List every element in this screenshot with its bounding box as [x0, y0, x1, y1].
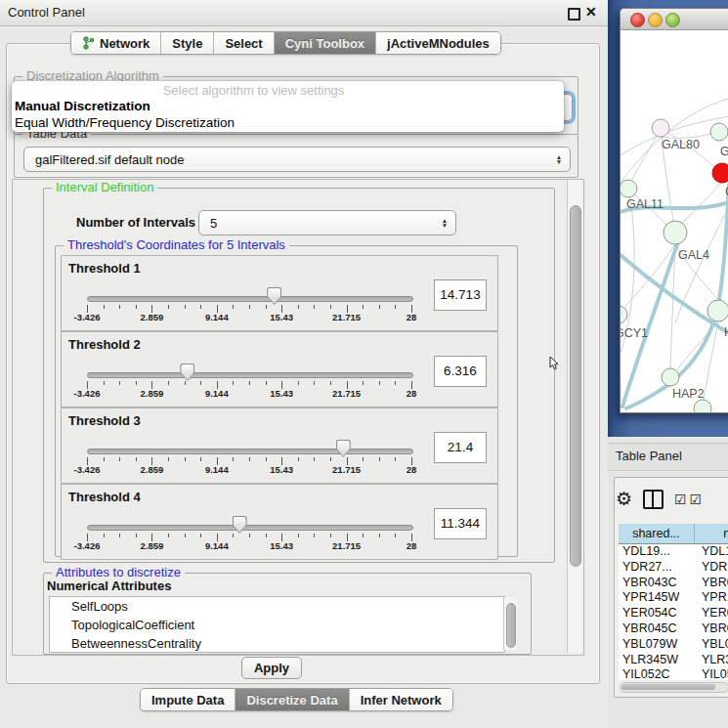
cell-shared-name[interactable]: YIL052C: [619, 667, 698, 680]
network-node[interactable]: [694, 400, 711, 412]
horizontal-scrollbar[interactable]: [620, 682, 728, 693]
table-row[interactable]: YDL19...YDL19: [619, 544, 728, 560]
gear-icon[interactable]: ⚙: [616, 491, 632, 508]
tab-discretize-data[interactable]: Discretize Data: [236, 689, 349, 710]
cell-name[interactable]: YDR27: [698, 560, 728, 576]
algorithm-dropdown-popup: Select algorithm to view settings Manual…: [12, 81, 564, 132]
tab-style[interactable]: Style: [161, 32, 214, 54]
axis-tick-label: 21.715: [318, 540, 376, 551]
numerical-attributes-list[interactable]: SelfLoopsTopologicalCoefficientBetweenne…: [49, 596, 505, 653]
cell-name[interactable]: YBL07: [698, 637, 728, 653]
network-canvas[interactable]: GAL80GACGAL11GAL4GCY1HHAP2: [621, 30, 728, 412]
scrollbar-thumb[interactable]: [570, 205, 581, 567]
attributes-list-scrollbar[interactable]: [503, 597, 517, 650]
node-attribute-table[interactable]: shared... name YDL19...YDL19YDR27...YDR2…: [619, 524, 728, 680]
axis-tick: [249, 305, 250, 309]
cell-shared-name[interactable]: YBR045C: [619, 621, 698, 637]
threshold-value-field[interactable]: 14.713: [434, 279, 487, 311]
cell-shared-name[interactable]: YDR27...: [619, 560, 698, 576]
column-header-name[interactable]: name: [695, 524, 728, 543]
axis-tick-label: 2.859: [122, 464, 181, 475]
axis-tick-label: 28: [382, 464, 441, 475]
scrollbar-thumb[interactable]: [506, 603, 516, 648]
table-row[interactable]: YBR045CYBR04: [619, 621, 728, 637]
slider-track[interactable]: [87, 449, 413, 454]
cell-shared-name[interactable]: YDL19...: [619, 544, 698, 560]
network-node[interactable]: [662, 368, 679, 386]
cell-name[interactable]: YDL19: [698, 544, 728, 560]
axis-tick: [168, 381, 169, 385]
cell-name[interactable]: YBR04: [698, 576, 728, 591]
threshold-value-field[interactable]: 11.344: [434, 508, 487, 539]
tab-infer-network[interactable]: Infer Network: [350, 689, 452, 710]
cell-shared-name[interactable]: YPR145W: [619, 590, 698, 606]
slider-thumb[interactable]: [180, 364, 194, 381]
control-panel-window: Control Panel ✕ Network Style Select Cyn…: [0, 0, 609, 728]
dropdown-item-manual[interactable]: Manual Discretization: [15, 99, 150, 113]
cell-shared-name[interactable]: YER054C: [619, 606, 698, 621]
axis-tick: [233, 381, 234, 385]
tab-impute-data[interactable]: Impute Data: [141, 689, 236, 710]
checkbox-icon[interactable]: ☑: [690, 492, 703, 507]
slider-track[interactable]: [87, 296, 413, 302]
attribute-list-item[interactable]: BetweennessCentrality: [50, 634, 504, 653]
apply-button[interactable]: Apply: [241, 657, 302, 679]
table-row[interactable]: YIL052CYIL05: [619, 667, 728, 680]
attribute-list-item[interactable]: SelfLoops: [50, 597, 504, 616]
attribute-list-item[interactable]: TopologicalCoefficient: [50, 616, 504, 634]
threshold-panel-1: Threshold 1-3.4262.8599.14415.4321.71528…: [61, 255, 498, 331]
slider-thumb[interactable]: [336, 440, 351, 457]
column-header-shared-name[interactable]: shared...: [619, 524, 695, 543]
slider-track[interactable]: [87, 525, 413, 531]
slider-thumb[interactable]: [267, 287, 281, 305]
threshold-value-field[interactable]: 21.4: [434, 432, 487, 463]
axis-tick: [266, 534, 267, 537]
cell-shared-name[interactable]: YBR043C: [619, 576, 698, 591]
cell-name[interactable]: YLR34: [698, 653, 728, 668]
table-data-combobox[interactable]: galFiltered.sif default node ▲▼: [23, 147, 571, 172]
table-row[interactable]: YBR043CYBR04: [619, 576, 728, 591]
axis-tick: [363, 305, 364, 309]
threshold-value-field[interactable]: 6.316: [434, 356, 487, 387]
tab-jactivemnodules[interactable]: jActiveMNodules: [376, 32, 500, 54]
network-node[interactable]: [712, 163, 728, 183]
cell-shared-name[interactable]: YLR345W: [619, 653, 698, 668]
mac-close-button[interactable]: [630, 13, 645, 27]
tab-network[interactable]: Network: [71, 32, 161, 54]
table-panel-region: Table Panel ⚙ ☑ ☑ shared... name YDL19..…: [608, 437, 728, 728]
table-row[interactable]: YLR345WYLR34: [619, 653, 728, 668]
num-intervals-combobox[interactable]: 5 ▲▼: [198, 210, 456, 236]
slider-track[interactable]: [87, 372, 413, 378]
table-row[interactable]: YER054CYER05: [619, 606, 728, 621]
axis-tick: [168, 534, 169, 537]
checkbox-icon[interactable]: ☑: [674, 492, 687, 507]
cell-shared-name[interactable]: YBL079W: [619, 637, 698, 653]
table-row[interactable]: YBL079WYBL07: [619, 637, 728, 653]
vertical-scrollbar[interactable]: [567, 180, 582, 653]
table-row[interactable]: YPR145WYPR14: [619, 590, 728, 606]
slider-thumb[interactable]: [233, 516, 247, 534]
mac-minimize-button[interactable]: [648, 13, 663, 27]
network-node[interactable]: [707, 300, 728, 321]
dropdown-item-equal-width[interactable]: Equal Width/Frequency Discretization: [15, 115, 235, 130]
axis-tick: [168, 457, 169, 461]
threshold-label: Threshold 4: [68, 490, 141, 504]
close-icon[interactable]: ✕: [585, 4, 597, 20]
mac-zoom-button[interactable]: [665, 13, 680, 27]
network-node[interactable]: [621, 306, 627, 323]
table-row[interactable]: YDR27...YDR27: [619, 560, 728, 576]
numerical-attributes-label: Numerical Attributes: [47, 578, 171, 593]
tab-cyni-toolbox[interactable]: Cyni Toolbox: [275, 32, 376, 54]
network-node[interactable]: [664, 221, 687, 244]
scrollbar-thumb[interactable]: [621, 684, 715, 690]
network-node[interactable]: [710, 123, 728, 141]
cell-name[interactable]: YIL05: [698, 667, 728, 680]
cell-name[interactable]: YPR14: [698, 590, 728, 606]
float-window-icon[interactable]: [568, 8, 580, 21]
network-node[interactable]: [652, 119, 669, 137]
network-node[interactable]: [621, 180, 637, 197]
cell-name[interactable]: YBR04: [698, 621, 728, 637]
tab-select[interactable]: Select: [214, 32, 274, 54]
cell-name[interactable]: YER05: [698, 606, 728, 621]
split-column-icon[interactable]: [643, 490, 664, 509]
